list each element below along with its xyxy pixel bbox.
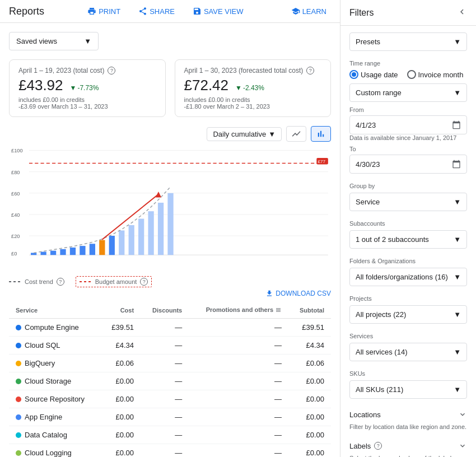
cost-trend-help-icon[interactable]: ?: [57, 278, 64, 286]
budget-help-icon[interactable]: ?: [140, 278, 148, 286]
cost-cell-7: £0.00: [101, 444, 141, 457]
locations-label: Locations: [349, 411, 381, 419]
custom-range-dropdown[interactable]: Custom range ▼: [349, 83, 467, 102]
services-arrow-icon: ▼: [454, 348, 461, 356]
service-cell-7: Cloud Logging: [9, 444, 101, 457]
cost-header: Cost: [101, 302, 141, 319]
locations-hint: Filter by location data like region and …: [349, 423, 467, 430]
usage-date-radio[interactable]: Usage date: [349, 70, 398, 79]
table-row: Cloud Logging £0.00 — — £0.00: [9, 444, 331, 457]
share-button[interactable]: SHARE: [134, 4, 179, 18]
cost-cell-2: £0.06: [101, 355, 141, 372]
subaccounts-section: Subaccounts 1 out of 2 subaccounts ▼: [349, 220, 467, 249]
chart-area: £100 £80 £60 £40 £20 £0 £80 £77: [9, 146, 331, 269]
svg-rect-27: [138, 219, 144, 255]
folders-label: Folders & Organizations: [349, 258, 467, 264]
skus-dropdown[interactable]: All SKUs (211) ▼: [349, 380, 467, 399]
to-label: To: [349, 146, 467, 152]
projects-value: All projects (22): [356, 310, 406, 319]
chart-type-dropdown[interactable]: Daily cumulative ▼: [207, 127, 282, 141]
labels-expand-icon: [458, 441, 467, 450]
presets-label: Presets: [356, 38, 380, 46]
summary-card-2-title: April 1 – 30, 2023 (forecasted total cos…: [184, 67, 322, 74]
svg-rect-21: [80, 246, 85, 255]
subtotal-cell-6: £0.00: [288, 426, 331, 444]
to-date-input[interactable]: 4/30/23: [349, 155, 467, 174]
bar-chart-button[interactable]: [311, 126, 331, 142]
svg-rect-30: [167, 193, 173, 255]
download-csv-button[interactable]: DOWNLOAD CSV: [265, 290, 331, 297]
labels-collapsible[interactable]: Labels ?: [349, 439, 467, 453]
discounts-header: Discounts: [141, 302, 189, 319]
save-view-button[interactable]: SAVE VIEW: [188, 4, 248, 18]
service-header: Service: [9, 302, 101, 319]
download-label: DOWNLOAD CSV: [276, 290, 331, 297]
chart-svg: £100 £80 £60 £40 £20 £0 £80 £77: [9, 146, 331, 258]
discounts-cell-3: —: [141, 372, 189, 390]
budget-amount-legend: Budget amount ?: [76, 276, 152, 287]
download-row: DOWNLOAD CSV: [9, 290, 331, 297]
to-section: To 4/30/23: [349, 146, 467, 174]
presets-dropdown[interactable]: Presets ▼: [349, 32, 467, 51]
invoice-month-radio[interactable]: Invoice month: [407, 70, 464, 79]
summary-card-1-amount: £43.92: [18, 77, 63, 94]
header: Reports PRINT SHARE SAVE VIEW LEARN: [0, 0, 340, 23]
projects-dropdown[interactable]: All projects (22) ▼: [349, 305, 467, 324]
service-cell-5: App Engine: [9, 408, 101, 426]
saved-views-dropdown[interactable]: Saved views ▼: [9, 32, 99, 50]
service-name-2: BigQuery: [25, 359, 55, 367]
print-button[interactable]: PRINT: [83, 4, 125, 18]
group-by-dropdown[interactable]: Service ▼: [349, 193, 467, 211]
svg-text:£100: £100: [11, 148, 23, 154]
summary-card-1-help-icon[interactable]: ?: [108, 67, 115, 74]
table-row: Cloud SQL £4.34 — — £4.34: [9, 337, 331, 355]
folders-dropdown[interactable]: All folders/organizations (16) ▼: [349, 268, 467, 286]
projects-section: Projects All projects (22) ▼: [349, 295, 467, 324]
line-chart-button[interactable]: [286, 126, 306, 142]
promotions-cell-4: —: [189, 390, 288, 408]
from-date-value: 4/1/23: [356, 121, 376, 129]
promotions-header: Promotions and others: [189, 302, 288, 319]
budget-amount-label: Budget amount: [95, 278, 137, 285]
discounts-cell-5: —: [141, 408, 189, 426]
filters-header: Filters: [340, 0, 476, 26]
time-range-radio-group: Usage date Invoice month: [349, 70, 467, 79]
svg-text:£60: £60: [11, 191, 20, 197]
cost-cell-4: £0.00: [101, 390, 141, 408]
service-cell-1: Cloud SQL: [9, 337, 101, 355]
summary-card-2: April 1 – 30, 2023 (forecasted total cos…: [175, 59, 332, 117]
subtotal-cell-5: £0.00: [288, 408, 331, 426]
subaccounts-value: 1 out of 2 subaccounts: [356, 235, 429, 244]
locations-collapsible[interactable]: Locations: [349, 408, 467, 421]
subaccounts-dropdown[interactable]: 1 out of 2 subaccounts ▼: [349, 230, 467, 249]
group-by-arrow-icon: ▼: [454, 198, 461, 206]
custom-range-label: Custom range: [356, 88, 402, 97]
services-label: Services: [349, 333, 467, 339]
time-range-label: Time range: [349, 60, 467, 67]
service-name-0: Compute Engine: [25, 323, 79, 332]
services-section: Services All services (14) ▼: [349, 333, 467, 361]
summary-card-2-sub2: -£1.80 over March 2 – 31, 2023: [184, 103, 322, 110]
svg-text:£77: £77: [318, 159, 325, 164]
cost-trend-dash-icon: [9, 281, 22, 282]
svg-rect-26: [129, 225, 134, 255]
sort-icon[interactable]: [275, 307, 282, 314]
svg-rect-23: [99, 240, 105, 255]
locations-expand-icon: [458, 410, 467, 419]
table-row: Source Repository £0.00 — — £0.00: [9, 390, 331, 408]
summary-card-2-help-icon[interactable]: ?: [306, 67, 314, 74]
filters-title: Filters: [349, 8, 374, 18]
labels-help-icon[interactable]: ?: [374, 442, 382, 450]
collapse-filters-button[interactable]: [457, 7, 467, 18]
skus-value: All SKUs (211): [356, 385, 403, 394]
service-cell-3: Cloud Storage: [9, 372, 101, 390]
chart-type-arrow-icon: ▼: [268, 130, 276, 138]
service-dot-5: [16, 414, 21, 420]
from-date-input[interactable]: 4/1/23: [349, 115, 467, 134]
subtotal-cell-1: £4.34: [288, 337, 331, 355]
services-dropdown[interactable]: All services (14) ▼: [349, 343, 467, 361]
discounts-cell-0: —: [141, 319, 189, 337]
discounts-cell-1: —: [141, 337, 189, 355]
svg-text:Apr 30: Apr 30: [164, 258, 178, 258]
learn-button[interactable]: LEARN: [287, 4, 331, 18]
